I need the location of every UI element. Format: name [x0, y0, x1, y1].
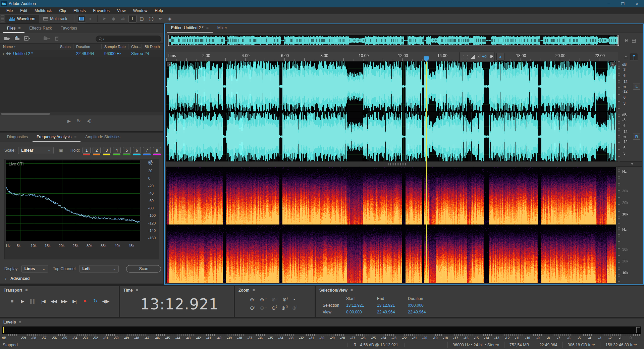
hold-button-6[interactable]: 6 — [133, 147, 141, 154]
spectrogram-canvas-left[interactable] — [166, 167, 616, 225]
trash-button[interactable] — [53, 35, 60, 41]
panel-menu-icon[interactable]: ≡ — [206, 26, 209, 30]
column-header-name[interactable]: Name ↑ — [0, 44, 57, 49]
auto-play-speaker-icon[interactable]: ◂)) — [87, 118, 92, 123]
overview-strip[interactable] — [168, 35, 619, 46]
show-spectral-display-button[interactable]: ≈ — [86, 15, 95, 22]
fast-forward-button[interactable]: ▶▶ — [60, 298, 68, 304]
selview-value-start[interactable]: 13:12.921 — [346, 303, 377, 308]
panel-menu-icon[interactable]: ≡ — [351, 288, 353, 293]
analysis-tab-frequency-analysis[interactable]: Frequency Analysis≡ — [33, 133, 80, 142]
display-dropdown[interactable]: Lines ⌄ — [21, 265, 48, 272]
preview-volume-hud[interactable]: ⋮⋮ ◔ +0 dB — [460, 52, 494, 62]
timeline-ruler[interactable]: hms 2:004:006:008:0010:0012:0014:0016:00… — [166, 52, 618, 61]
menu-window[interactable]: Window — [130, 8, 151, 14]
spot-healing-brush-tool[interactable]: ◈ — [166, 15, 174, 22]
display-split-divider[interactable]: ▾ — [166, 161, 642, 167]
hud-grip-icon[interactable]: ⋮⋮ — [462, 55, 469, 59]
editor-tab-editor-untitled-2[interactable]: Editor: Untitled 2 *≡ — [167, 23, 213, 33]
panel-menu-icon[interactable]: ≡ — [18, 26, 20, 31]
files-tab-effects-rack[interactable]: Effects Rack — [25, 24, 56, 33]
hold-button-1[interactable]: 1 — [83, 147, 91, 154]
divider-grip[interactable] — [388, 163, 406, 165]
hold-button-2[interactable]: 2 — [93, 147, 101, 154]
insert-into-multitrack-button[interactable]: ▾ — [43, 35, 50, 41]
selview-value-duration[interactable]: 0:00.000 — [408, 303, 441, 308]
analysis-tab-diagnostics[interactable]: Diagnostics — [3, 133, 32, 142]
spectrogram-canvas-right[interactable] — [166, 225, 616, 283]
collapse-arrow-icon[interactable]: ▾ — [631, 162, 633, 166]
pin-button[interactable]: ▲ — [496, 53, 504, 61]
menu-clip[interactable]: Clip — [56, 8, 69, 14]
skip-to-start-button[interactable]: |◀ — [40, 298, 47, 304]
advanced-disclosure[interactable]: › Advanced — [5, 276, 30, 281]
time-selection-tool[interactable]: I — [128, 15, 137, 22]
channel-button-r[interactable]: R — [633, 134, 640, 140]
files-tab-files[interactable]: Files≡ — [3, 24, 24, 33]
file-row[interactable]: ›Untitled 2 *22:49.96496000 HzStereo24 — [0, 50, 163, 57]
row-expand-icon[interactable]: › — [3, 52, 4, 56]
toolbar-grip[interactable] — [1, 15, 4, 22]
panel-menu-icon[interactable]: ≡ — [74, 135, 76, 139]
files-horizontal-scrollbar[interactable] — [0, 112, 163, 115]
analysis-tab-amplitude-statistics[interactable]: Amplitude Statistics — [81, 133, 124, 142]
lasso-selection-tool[interactable]: ◯ — [147, 15, 155, 22]
time-display[interactable]: 13:12.921 — [140, 296, 219, 313]
editor-list-icon[interactable]: ▤ — [632, 38, 636, 43]
multitrack-mode-button[interactable]: Multitrack — [39, 15, 71, 23]
move-tool[interactable]: ➤ — [100, 15, 108, 22]
files-tab-favorites[interactable]: Favorites — [57, 24, 81, 33]
top-channel-dropdown[interactable]: Left ⌄ — [79, 265, 119, 272]
loop-playback-button[interactable]: ↻ — [92, 298, 99, 304]
level-meter[interactable] — [2, 327, 641, 334]
razor-tool[interactable]: ◆ — [110, 15, 118, 22]
zoom-in-full-button[interactable]: ⊕↔ — [260, 297, 267, 303]
hold-button-4[interactable]: 4 — [113, 147, 121, 154]
volume-knob-icon[interactable]: ◔ — [477, 54, 480, 59]
pause-button[interactable]: ▌▌ — [29, 298, 37, 304]
hold-button-7[interactable]: 7 — [143, 147, 151, 154]
minimize-button[interactable]: ─ — [602, 0, 616, 7]
paintbrush-selection-tool[interactable]: ✏ — [157, 15, 165, 22]
files-list-empty-area[interactable] — [0, 57, 163, 112]
skip-to-end-button[interactable]: ▶| — [71, 298, 78, 304]
overview-left-handle[interactable] — [168, 35, 169, 46]
panel-menu-icon[interactable]: ≡ — [19, 320, 21, 325]
hold-button-3[interactable]: 3 — [103, 147, 111, 154]
selview-value-end[interactable]: 13:12.921 — [377, 303, 408, 308]
new-content-button[interactable]: ▾ — [24, 35, 31, 41]
preview-loop-button[interactable]: ↻ — [77, 118, 81, 123]
panel-menu-icon[interactable]: ≡ — [136, 288, 138, 293]
zoom-out-left-button[interactable]: ⊖⟨ — [272, 305, 277, 311]
menu-help[interactable]: Help — [152, 8, 166, 14]
close-button[interactable]: ✕ — [630, 0, 644, 7]
record-button[interactable]: ● — [81, 298, 89, 304]
zoom-out-full-button[interactable]: ⊖↔ — [260, 305, 267, 311]
open-file-button[interactable] — [4, 35, 10, 41]
preview-play-button[interactable]: ▶ — [67, 118, 71, 123]
scale-dropdown[interactable]: Linear ⌄ — [18, 147, 53, 154]
import-file-button[interactable] — [14, 35, 20, 41]
zoom-selection-horizontal-button[interactable]: ⊕⟨⟩ — [281, 305, 288, 311]
waveform-canvas-right[interactable] — [166, 112, 616, 161]
hud-gain-value[interactable]: +0 — [482, 54, 487, 59]
stop-button[interactable]: ■ — [8, 298, 16, 304]
menu-effects[interactable]: Effects — [70, 8, 89, 14]
zoom-to-selection-button[interactable]: ⊕◇ — [272, 297, 278, 303]
hold-button-8[interactable]: 8 — [153, 147, 161, 154]
marker-tool-button[interactable] — [630, 53, 638, 60]
editor-tab-mixer[interactable]: Mixer — [213, 23, 231, 33]
menu-file[interactable]: File — [3, 8, 16, 14]
slip-tool[interactable]: ⇄ — [119, 15, 127, 22]
zoom-in-at-in-point-button[interactable]: ⊕⟩ — [282, 297, 288, 303]
selview-value-duration[interactable]: 22:49.964 — [408, 310, 441, 314]
menu-edit[interactable]: Edit — [17, 8, 30, 14]
zoom-in-vertical-button[interactable]: ⊕↕ — [250, 297, 256, 303]
scan-button[interactable]: Scan — [126, 265, 161, 272]
column-header-duration[interactable]: Duration — [73, 44, 102, 49]
column-header-bit-depth[interactable]: Bit Depth — [142, 44, 161, 49]
panel-menu-icon[interactable]: ≡ — [253, 288, 255, 293]
column-header-cha[interactable]: Cha... — [128, 44, 142, 49]
corner-widget[interactable]: ◣ — [611, 62, 615, 66]
play-button[interactable]: ▶ — [19, 298, 26, 304]
